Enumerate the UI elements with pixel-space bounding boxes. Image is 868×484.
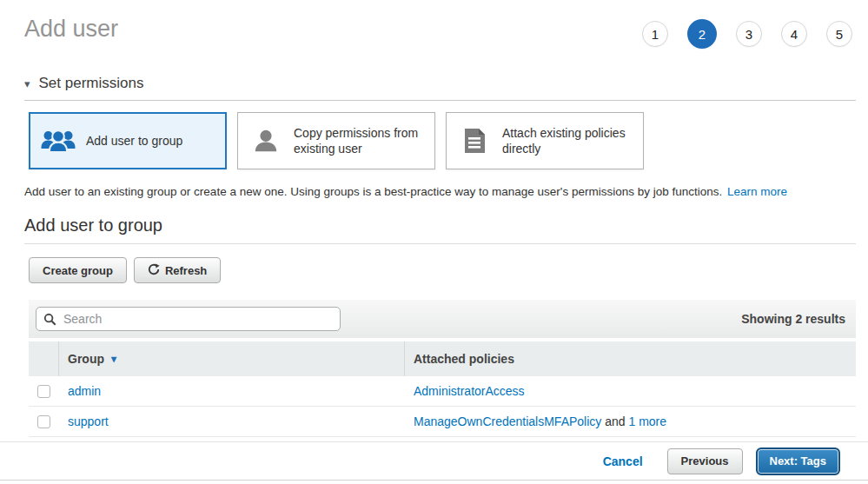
set-permissions-section-header[interactable]: ▾ Set permissions: [24, 75, 856, 101]
search-input[interactable]: [62, 311, 333, 327]
column-header-group[interactable]: Group ▾: [59, 341, 405, 376]
column-label-attached-policies: Attached policies: [414, 352, 514, 366]
refresh-button[interactable]: Refresh: [134, 257, 221, 283]
sort-desc-icon: ▾: [111, 353, 116, 365]
row-checkbox[interactable]: [37, 415, 50, 428]
step-1: 1: [642, 21, 668, 47]
column-header-attached-policies[interactable]: Attached policies: [405, 341, 856, 376]
search-box[interactable]: [36, 307, 341, 331]
section-description: Add user to an existing group or create …: [24, 185, 856, 198]
option-copy-permissions[interactable]: Copy permissions from existing user: [237, 112, 435, 169]
table-toolbar: Showing 2 results: [29, 300, 856, 338]
option-label: Copy permissions from existing user: [294, 125, 426, 156]
permission-options: Add user to group Copy permissions from …: [29, 112, 856, 169]
step-4: 4: [781, 21, 807, 47]
results-count: Showing 2 results: [741, 312, 849, 326]
document-icon: [455, 128, 494, 154]
page-title: Add user: [24, 14, 118, 43]
user-group-icon: [39, 129, 77, 153]
option-add-user-to-group[interactable]: Add user to group: [29, 112, 227, 169]
option-label: Attach existing policies directly: [502, 125, 634, 156]
policy-link[interactable]: AdministratorAccess: [414, 384, 525, 398]
learn-more-link[interactable]: Learn more: [727, 185, 787, 198]
table-header-row: Group ▾ Attached policies: [29, 341, 856, 376]
description-text: Add user to an existing group or create …: [24, 185, 722, 198]
cancel-link[interactable]: Cancel: [603, 454, 643, 468]
step-3: 3: [736, 21, 762, 47]
table-row-admin: admin AdministratorAccess: [29, 376, 856, 407]
previous-button[interactable]: Previous: [667, 448, 743, 474]
step-5: 5: [826, 21, 852, 47]
create-group-button[interactable]: Create group: [29, 257, 127, 283]
table-row-support: support ManageOwnCredentialsMFAPolicy an…: [29, 407, 856, 437]
option-attach-policies[interactable]: Attach existing policies directly: [446, 112, 644, 169]
option-label: Add user to group: [86, 133, 182, 149]
more-policies-link[interactable]: 1 more: [628, 414, 666, 428]
step-indicator: 1 2 3 4 5: [642, 19, 852, 49]
page-header: Add user 1 2 3 4 5: [0, 0, 868, 49]
header-checkbox-cell: [29, 341, 59, 376]
row-checkbox[interactable]: [37, 385, 50, 398]
groups-table: Showing 2 results Group ▾ Attached polic…: [29, 300, 856, 437]
policy-conjunction: and: [605, 414, 625, 428]
step-2-current: 2: [687, 19, 717, 49]
user-icon: [247, 128, 285, 154]
policy-link[interactable]: ManageOwnCredentialsMFAPolicy: [414, 414, 601, 428]
group-section-title: Add user to group: [24, 215, 856, 235]
search-icon: [43, 313, 56, 326]
refresh-icon: [148, 263, 160, 278]
section-title: Set permissions: [39, 75, 144, 92]
section-divider: [24, 243, 856, 244]
column-label-group: Group: [68, 352, 104, 366]
group-link[interactable]: admin: [68, 384, 101, 398]
next-tags-button[interactable]: Next: Tags: [756, 448, 841, 475]
wizard-footer: Cancel Previous Next: Tags: [0, 441, 868, 481]
group-actions: Create group Refresh: [29, 257, 856, 283]
refresh-label: Refresh: [165, 264, 207, 277]
collapse-caret-icon: ▾: [24, 78, 30, 90]
group-link[interactable]: support: [68, 414, 109, 428]
